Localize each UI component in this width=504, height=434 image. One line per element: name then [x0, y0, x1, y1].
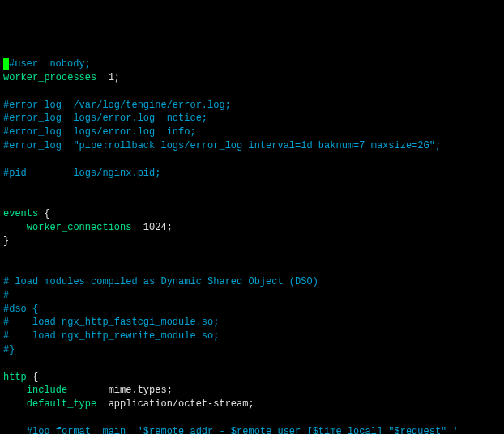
code-token: #pid logs/nginx.pid;	[3, 168, 160, 179]
code-token: #error_log "pipe:rollback logs/error_log…	[3, 140, 441, 151]
code-token	[3, 181, 9, 192]
code-token: application/octet-stream;	[96, 398, 254, 410]
code-line: #error_log "pipe:rollback logs/error_log…	[3, 139, 501, 153]
code-token	[3, 412, 9, 423]
code-token: #dso {	[3, 304, 38, 315]
code-line: # load ngx_http_fastcgi_module.so;	[3, 316, 501, 330]
code-token: worker_connections	[27, 222, 132, 233]
code-token: # load ngx_http_fastcgi_module.so;	[3, 317, 219, 328]
code-token	[3, 398, 27, 410]
code-line	[3, 248, 501, 262]
code-line: #error_log logs/error.log notice;	[3, 112, 501, 126]
code-token: ;	[114, 72, 120, 83]
code-line: #pid logs/nginx.pid;	[3, 167, 501, 181]
code-line: }	[3, 235, 501, 249]
code-line: # load ngx_http_rewrite_module.so;	[3, 330, 501, 343]
code-token	[131, 222, 143, 233]
code-token: {	[38, 208, 49, 219]
code-token	[3, 154, 9, 165]
code-line	[3, 153, 501, 167]
code-token	[3, 222, 27, 233]
code-token	[3, 358, 9, 369]
code-token: }	[3, 236, 9, 247]
code-line: #error_log logs/error.log info;	[3, 126, 501, 139]
code-token	[3, 385, 27, 396]
code-line	[3, 262, 501, 275]
code-token: #}	[3, 344, 15, 355]
code-token: # load modules compiled as Dynamic Share…	[3, 276, 318, 287]
code-line: worker_connections 1024;	[3, 221, 501, 235]
code-token	[3, 86, 9, 97]
code-line: default_type application/octet-stream;	[3, 398, 501, 411]
code-token: worker_processes	[3, 72, 96, 83]
code-line: #	[3, 289, 501, 303]
code-line: #log_format main '$remote_addr - $remote…	[3, 425, 501, 434]
code-line	[3, 357, 501, 371]
code-token: #log_format main '$remote_addr - $remote…	[27, 426, 459, 434]
code-token	[96, 72, 108, 83]
code-line	[3, 194, 501, 207]
code-token: mime.types;	[67, 385, 173, 396]
code-token: default_type	[27, 398, 96, 410]
code-line: http {	[3, 371, 501, 385]
code-line	[3, 411, 501, 425]
code-line: events {	[3, 207, 501, 221]
code-token: 1024	[143, 222, 167, 233]
code-token	[3, 249, 9, 260]
code-token: #	[3, 290, 9, 301]
code-line	[3, 180, 501, 194]
code-line: #error_log /var/log/tengine/error.log;	[3, 99, 501, 113]
code-token: events	[3, 208, 38, 219]
code-line: worker_processes 1;	[3, 71, 501, 85]
code-token: #error_log logs/error.log info;	[3, 126, 196, 138]
code-line: include mime.types;	[3, 384, 501, 398]
code-token: 1	[109, 72, 114, 83]
code-token: #error_log /var/log/tengine/error.log;	[3, 100, 231, 111]
code-line: #user nobody;	[3, 57, 501, 71]
terminal-editor[interactable]: #user nobody;worker_processes 1; #error_…	[3, 57, 501, 434]
code-line: #}	[3, 343, 501, 357]
code-token: http	[3, 372, 27, 383]
code-line	[3, 85, 501, 99]
code-token	[3, 262, 9, 274]
cursor	[3, 58, 9, 70]
code-token	[3, 426, 27, 434]
code-token: include	[27, 385, 67, 396]
code-token: #user nobody;	[9, 58, 91, 70]
code-token: # load ngx_http_rewrite_module.so;	[3, 330, 219, 342]
code-token: {	[27, 372, 38, 383]
code-token	[3, 194, 9, 206]
code-token: #error_log logs/error.log notice;	[3, 113, 207, 124]
code-line: # load modules compiled as Dynamic Share…	[3, 275, 501, 289]
code-line: #dso {	[3, 303, 501, 317]
code-token: ;	[167, 222, 173, 233]
